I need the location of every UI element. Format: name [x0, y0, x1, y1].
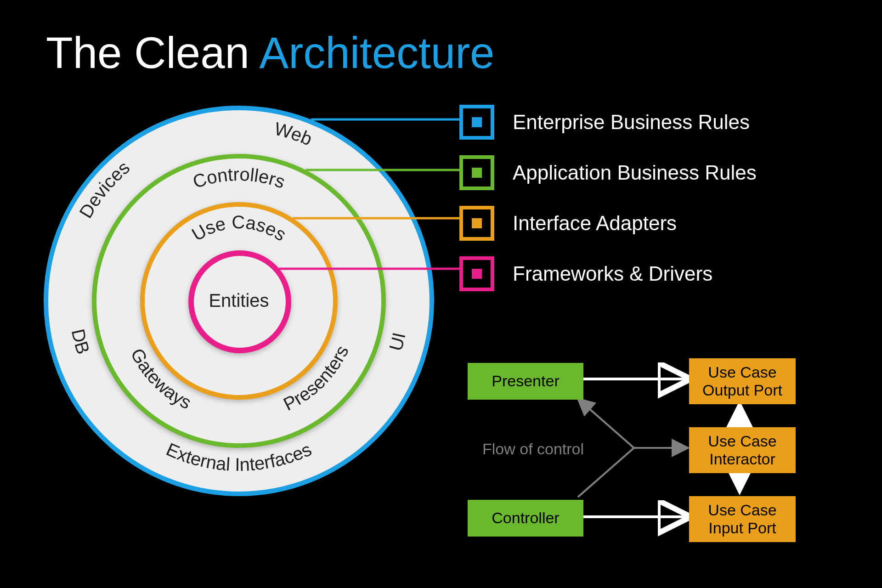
- box-interactor: Use CaseInteractor: [689, 427, 796, 473]
- legend-label: Interface Adapters: [513, 212, 677, 235]
- legend-item-interface-adapters: Interface Adapters: [459, 206, 854, 241]
- legend-item-application-rules: Application Business Rules: [459, 155, 854, 190]
- legend-label: Enterprise Business Rules: [513, 111, 750, 134]
- title-part2: Architecture: [259, 28, 494, 77]
- architecture-rings: [44, 106, 425, 487]
- box-controller: Controller: [468, 500, 583, 537]
- legend-item-enterprise-rules: Enterprise Business Rules: [459, 105, 854, 140]
- page-title: The Clean Architecture: [46, 28, 495, 78]
- legend-swatch-icon: [459, 155, 494, 190]
- legend-swatch-icon: [459, 105, 494, 140]
- legend-swatch-icon: [459, 206, 494, 241]
- box-input-port: Use CaseInput Port: [689, 496, 796, 542]
- arrow-flow-to-presenter: [578, 399, 634, 448]
- flow-of-control-label: Flow of control: [482, 440, 584, 458]
- title-part1: The Clean: [46, 28, 259, 77]
- flow-of-control-diagram: Presenter Controller Use CaseOutput Port…: [459, 354, 818, 547]
- legend-label: Frameworks & Drivers: [513, 262, 712, 285]
- box-output-port: Use CaseOutput Port: [689, 358, 796, 404]
- legend-label: Application Business Rules: [513, 161, 757, 184]
- legend-swatch-icon: [459, 256, 494, 291]
- arrow-flow-from-controller: [578, 448, 634, 497]
- legend-item-frameworks-drivers: Frameworks & Drivers: [459, 256, 854, 291]
- box-presenter: Presenter: [468, 363, 583, 400]
- ring-enterprise-rules: [188, 250, 291, 353]
